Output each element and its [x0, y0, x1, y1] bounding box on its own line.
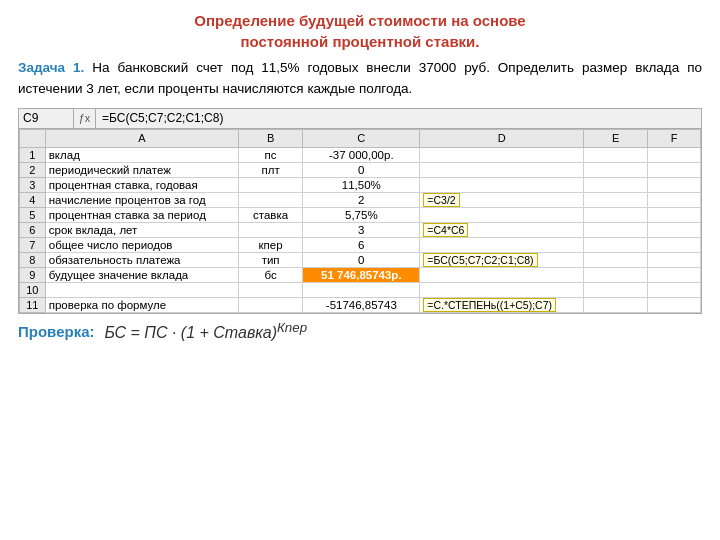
row-num-header [20, 129, 46, 147]
spreadsheet: A B C D E F 1вкладпс-37 000,00р.2периоди… [18, 128, 702, 314]
cell-d4: =C3/2 [420, 192, 584, 207]
table-row: 4начисление процентов за год2=C3/2 [20, 192, 701, 207]
annotation-row6: =C4*C6 [423, 223, 468, 237]
col-c-header: C [303, 129, 420, 147]
cell-e3[interactable] [583, 177, 647, 192]
cell-b9[interactable]: бс [238, 267, 302, 282]
cell-a8[interactable]: обязательность платежа [45, 252, 238, 267]
row-num-cell: 9 [20, 267, 46, 282]
col-a-header: A [45, 129, 238, 147]
cell-f7[interactable] [648, 237, 701, 252]
cell-f1[interactable] [648, 147, 701, 162]
task-label: Задача 1. [18, 60, 84, 75]
cell-c7[interactable]: 6 [303, 237, 420, 252]
cell-e11[interactable] [583, 297, 647, 312]
formula-content: =БС(C5;C7;C2;C1;C8) [96, 111, 229, 125]
table-row: 7общее число периодовкпер6 [20, 237, 701, 252]
table-row: 8обязательность платежатип0=БС(C5;C7;C2;… [20, 252, 701, 267]
cell-d5 [420, 207, 584, 222]
row-num-cell: 1 [20, 147, 46, 162]
cell-c2[interactable]: 0 [303, 162, 420, 177]
row-num-cell: 2 [20, 162, 46, 177]
col-f-header: F [648, 129, 701, 147]
cell-f4[interactable] [648, 192, 701, 207]
cell-f8[interactable] [648, 252, 701, 267]
table-row: 6срок вклада, лет3=C4*C6 [20, 222, 701, 237]
cell-e7[interactable] [583, 237, 647, 252]
cell-c3[interactable]: 11,50% [303, 177, 420, 192]
cell-b11[interactable] [238, 297, 302, 312]
cell-c5[interactable]: 5,75% [303, 207, 420, 222]
cell-b3[interactable] [238, 177, 302, 192]
cell-b8[interactable]: тип [238, 252, 302, 267]
cell-f5[interactable] [648, 207, 701, 222]
cell-d2 [420, 162, 584, 177]
cell-c10[interactable] [303, 282, 420, 297]
table-row: 10 [20, 282, 701, 297]
cell-d6: =C4*C6 [420, 222, 584, 237]
cell-d10 [420, 282, 584, 297]
cell-b7[interactable]: кпер [238, 237, 302, 252]
cell-b5[interactable]: ставка [238, 207, 302, 222]
cell-f2[interactable] [648, 162, 701, 177]
cell-e1[interactable] [583, 147, 647, 162]
cell-a2[interactable]: периодический платеж [45, 162, 238, 177]
cell-f3[interactable] [648, 177, 701, 192]
task-description: Задача 1. На банковский счет под 11,5% г… [18, 58, 702, 100]
cell-e6[interactable] [583, 222, 647, 237]
cell-b10[interactable] [238, 282, 302, 297]
cell-f9[interactable] [648, 267, 701, 282]
cell-b6[interactable] [238, 222, 302, 237]
proof-label: Проверка: [18, 323, 94, 340]
cell-e9[interactable] [583, 267, 647, 282]
formula-icon: ƒx [74, 109, 96, 128]
cell-c11[interactable]: -51746,85743 [303, 297, 420, 312]
cell-a1[interactable]: вклад [45, 147, 238, 162]
cell-e8[interactable] [583, 252, 647, 267]
cell-d11: =C.*СТЕПЕНь((1+C5);C7) [420, 297, 584, 312]
cell-f6[interactable] [648, 222, 701, 237]
table-row: 9будущее значение вкладабс51 746,85743р. [20, 267, 701, 282]
cell-a9[interactable]: будущее значение вклада [45, 267, 238, 282]
row-num-cell: 3 [20, 177, 46, 192]
row-num-cell: 5 [20, 207, 46, 222]
cell-a4[interactable]: начисление процентов за год [45, 192, 238, 207]
cell-e4[interactable] [583, 192, 647, 207]
cell-d9 [420, 267, 584, 282]
cell-c9[interactable]: 51 746,85743р. [303, 267, 420, 282]
col-e-header: E [583, 129, 647, 147]
row-num-cell: 7 [20, 237, 46, 252]
cell-c8[interactable]: 0 [303, 252, 420, 267]
table-row: 5процентная ставка за периодставка5,75% [20, 207, 701, 222]
cell-a5[interactable]: процентная ставка за период [45, 207, 238, 222]
cell-f11[interactable] [648, 297, 701, 312]
cell-a7[interactable]: общее число периодов [45, 237, 238, 252]
cell-a6[interactable]: срок вклада, лет [45, 222, 238, 237]
row-num-cell: 8 [20, 252, 46, 267]
cell-a10[interactable] [45, 282, 238, 297]
cell-a3[interactable]: процентная ставка, годовая [45, 177, 238, 192]
row-num-cell: 6 [20, 222, 46, 237]
cell-b1[interactable]: пс [238, 147, 302, 162]
formula-bar: C9 ƒx =БС(C5;C7;C2;C1;C8) [18, 108, 702, 128]
row-num-cell: 4 [20, 192, 46, 207]
col-b-header: B [238, 129, 302, 147]
proof-formula: БС = ПС · (1 + Ставка)Кпер [104, 320, 307, 342]
cell-reference[interactable]: C9 [19, 109, 74, 128]
table-row: 3процентная ставка, годовая11,50% [20, 177, 701, 192]
cell-d1 [420, 147, 584, 162]
cell-a11[interactable]: проверка по формуле [45, 297, 238, 312]
cell-b2[interactable]: плт [238, 162, 302, 177]
cell-c4[interactable]: 2 [303, 192, 420, 207]
page-title: Определение будущей стоимости на основе … [18, 10, 702, 52]
cell-d3 [420, 177, 584, 192]
cell-c1[interactable]: -37 000,00р. [303, 147, 420, 162]
cell-b4[interactable] [238, 192, 302, 207]
table-row: 1вкладпс-37 000,00р. [20, 147, 701, 162]
cell-c6[interactable]: 3 [303, 222, 420, 237]
column-headers: A B C D E F [20, 129, 701, 147]
cell-e10[interactable] [583, 282, 647, 297]
cell-e5[interactable] [583, 207, 647, 222]
cell-e2[interactable] [583, 162, 647, 177]
cell-f10[interactable] [648, 282, 701, 297]
